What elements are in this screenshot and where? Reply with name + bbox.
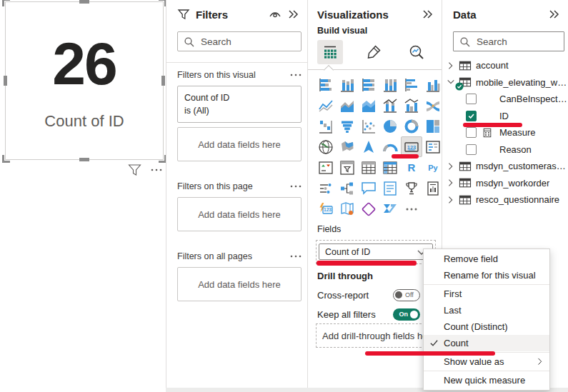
- collapse-pane-icon[interactable]: [548, 9, 559, 20]
- more-options-icon[interactable]: [290, 74, 302, 76]
- waterfall-chart-icon[interactable]: [315, 116, 337, 136]
- eye-icon[interactable]: [269, 9, 281, 19]
- arcgis-map-icon[interactable]: [337, 198, 358, 219]
- keep-all-filters-toggle[interactable]: On: [393, 308, 420, 321]
- key-influencers-icon[interactable]: [315, 178, 337, 198]
- smart-narrative-icon[interactable]: [379, 178, 401, 198]
- checkbox-reason[interactable]: [466, 144, 477, 155]
- calculator-icon: [481, 128, 494, 138]
- collapse-pane-icon[interactable]: [287, 9, 299, 20]
- map-icon[interactable]: [315, 136, 337, 157]
- tree-item-id[interactable]: ID: [442, 108, 568, 125]
- chevron-right-icon[interactable]: [447, 179, 455, 187]
- clustered-column-chart-icon[interactable]: [422, 74, 444, 95]
- resize-handle[interactable]: [2, 155, 10, 163]
- data-search-box[interactable]: [453, 31, 564, 51]
- 100-stacked-column-chart-icon[interactable]: [379, 74, 401, 95]
- chevron-right-icon[interactable]: [447, 162, 455, 171]
- checkbox-canbeinspected[interactable]: [466, 94, 477, 104]
- 100-stacked-bar-chart-icon[interactable]: [358, 74, 379, 95]
- resize-handle[interactable]: [79, 0, 89, 4]
- table-icon: [459, 161, 472, 172]
- treemap-icon[interactable]: [422, 116, 444, 136]
- area-chart-icon[interactable]: [337, 95, 358, 116]
- cross-report-toggle[interactable]: Off: [393, 289, 420, 301]
- more-options-icon[interactable]: [151, 169, 162, 171]
- table-label: msdyn_customerasset: [476, 161, 568, 171]
- tree-item-account[interactable]: account: [442, 57, 568, 74]
- pie-chart-icon[interactable]: [379, 116, 401, 136]
- card-new-icon[interactable]: 123: [315, 198, 337, 219]
- more-visuals-icon[interactable]: [401, 198, 422, 219]
- donut-chart-icon[interactable]: [401, 116, 422, 136]
- more-options-icon[interactable]: [290, 255, 302, 258]
- line-and-stacked-column-chart-icon[interactable]: [379, 95, 401, 116]
- data-search-input[interactable]: [475, 36, 558, 48]
- menu-item-last[interactable]: Last: [424, 302, 549, 318]
- menu-item-new-quick-measure[interactable]: New quick measure: [424, 372, 549, 388]
- menu-item-count-distinct[interactable]: Count (Distinct): [424, 318, 549, 335]
- chevron-right-icon[interactable]: [447, 196, 455, 204]
- decomposition-tree-icon[interactable]: [337, 178, 358, 198]
- filter-drop-area[interactable]: Add data fields here: [177, 127, 302, 161]
- drill-through-label: Drill through: [317, 271, 373, 281]
- menu-item-remove-field[interactable]: Remove field: [424, 251, 549, 267]
- collapse-pane-icon[interactable]: [422, 9, 433, 20]
- checkbox-measure[interactable]: [466, 127, 477, 138]
- tree-item-reason[interactable]: Reason: [442, 141, 568, 159]
- kpi-icon[interactable]: [315, 157, 337, 178]
- tab-build-visual[interactable]: [317, 40, 343, 64]
- slicer-icon[interactable]: [337, 157, 358, 178]
- funnel-chart-icon[interactable]: [337, 116, 358, 136]
- power-automate-icon[interactable]: [379, 198, 401, 219]
- clustered-bar-chart-icon[interactable]: [401, 74, 422, 95]
- filters-search-input[interactable]: [199, 36, 295, 48]
- resize-handle[interactable]: [79, 158, 89, 161]
- menu-item-rename-for-this-visual[interactable]: Rename for this visual: [424, 267, 549, 283]
- line-chart-icon[interactable]: [315, 95, 337, 116]
- checkbox-id[interactable]: [466, 111, 477, 121]
- filters-search-box[interactable]: [177, 31, 302, 51]
- q-and-a-icon[interactable]: [358, 178, 379, 198]
- chevron-right-icon[interactable]: [447, 61, 455, 70]
- stacked-column-chart-icon[interactable]: [337, 74, 358, 95]
- matrix-icon[interactable]: [379, 157, 401, 178]
- menu-item-show-value-as[interactable]: Show value as: [424, 353, 549, 370]
- filter-card[interactable]: Count of IDis (All): [177, 86, 302, 123]
- ribbon-chart-icon[interactable]: [422, 95, 444, 116]
- resize-handle[interactable]: [161, 76, 165, 86]
- tab-format-visual[interactable]: [361, 40, 387, 64]
- tree-item-resco-questionnaire[interactable]: resco_questionnaire: [442, 191, 568, 208]
- stacked-bar-chart-icon[interactable]: [315, 74, 337, 95]
- paginated-report-icon[interactable]: [422, 178, 444, 198]
- resize-handle[interactable]: [2, 0, 10, 6]
- python-visual-icon[interactable]: Py: [422, 157, 444, 178]
- chevron-down-icon[interactable]: [447, 78, 455, 86]
- field-pill-count-of-id[interactable]: Count of ID: [319, 243, 433, 260]
- metrics-icon[interactable]: [401, 178, 422, 198]
- filled-map-icon[interactable]: [337, 136, 358, 157]
- stacked-area-chart-icon[interactable]: [358, 95, 379, 116]
- multi-row-card-icon[interactable]: [422, 136, 444, 157]
- card-visual[interactable]: 26 Count of ID: [5, 1, 164, 160]
- filter-drop-area[interactable]: Add data fields here: [177, 267, 302, 301]
- power-apps-icon[interactable]: [358, 198, 379, 219]
- filter-funnel-icon[interactable]: [127, 163, 142, 176]
- drill-through-drop-area[interactable]: Add drill-through fields here: [316, 323, 436, 348]
- tree-item-msdyn-customerasset[interactable]: msdyn_customerasset: [442, 158, 568, 175]
- menu-item-count[interactable]: Count: [424, 335, 549, 351]
- tab-analytics[interactable]: [404, 40, 429, 64]
- scatter-chart-icon[interactable]: [358, 116, 379, 136]
- r-script-visual-icon[interactable]: R: [401, 157, 422, 178]
- table-icon[interactable]: [358, 157, 379, 178]
- menu-item-first[interactable]: First: [424, 286, 549, 302]
- filter-drop-area[interactable]: Add data fields here: [177, 197, 302, 231]
- tree-item-msdyn-workorder[interactable]: msdyn_workorder: [442, 175, 568, 192]
- resize-handle[interactable]: [4, 76, 7, 86]
- annotation-underline-field-well: [317, 261, 417, 266]
- tree-item-canbeinspected[interactable]: CanBeInspected: [442, 91, 568, 108]
- tree-item-mobile-elevating-work[interactable]: mobile_elevating_work...: [442, 74, 568, 91]
- azure-map-icon[interactable]: [358, 136, 379, 157]
- line-and-clustered-column-chart-icon[interactable]: [401, 95, 422, 116]
- more-options-icon[interactable]: [290, 185, 302, 188]
